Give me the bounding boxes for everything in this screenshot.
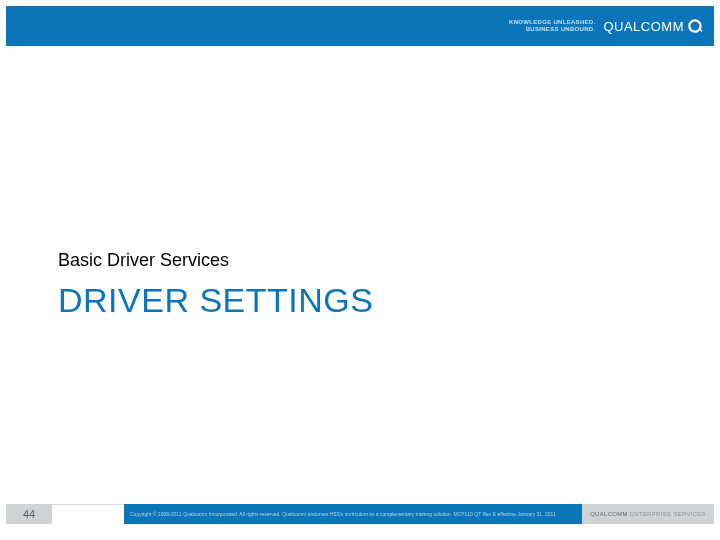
- footer-brand-text: QUALCOMM ENTERPRISE SERVICES: [590, 511, 706, 517]
- tagline-line1: KNOWLEDGE UNLEASHED.: [509, 19, 595, 26]
- logo-text: QUALCOMM: [603, 19, 684, 34]
- logo-swirl-icon: [686, 17, 704, 35]
- logo: QUALCOMM: [603, 17, 704, 35]
- copyright-box: Copyright © 2008-2011 Qualcomm Incorpora…: [124, 504, 582, 524]
- content-area: Basic Driver Services DRIVER SETTINGS: [58, 250, 373, 320]
- page-number: 44: [6, 504, 52, 524]
- footer-brand-main: QUALCOMM: [590, 511, 628, 517]
- tagline: KNOWLEDGE UNLEASHED. BUSINESS UNBOUND.: [509, 19, 595, 32]
- copyright-text: Copyright © 2008-2011 Qualcomm Incorpora…: [130, 511, 556, 517]
- footer: 44 Copyright © 2008-2011 Qualcomm Incorp…: [6, 504, 714, 524]
- footer-brand: QUALCOMM ENTERPRISE SERVICES: [582, 504, 714, 524]
- header-bar: KNOWLEDGE UNLEASHED. BUSINESS UNBOUND. Q…: [6, 6, 714, 46]
- slide: KNOWLEDGE UNLEASHED. BUSINESS UNBOUND. Q…: [0, 0, 720, 540]
- tagline-line2: BUSINESS UNBOUND.: [509, 26, 595, 33]
- page-title: DRIVER SETTINGS: [58, 281, 373, 320]
- footer-divider: [52, 504, 124, 524]
- subtitle: Basic Driver Services: [58, 250, 373, 271]
- footer-brand-sub: ENTERPRISE SERVICES: [628, 511, 706, 517]
